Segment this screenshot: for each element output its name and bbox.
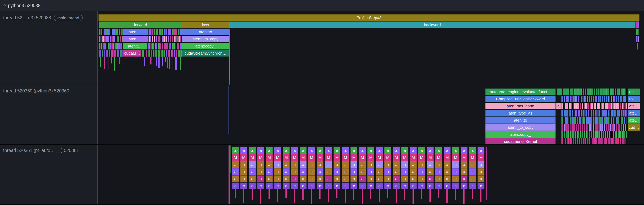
- micro-span[interactable]: [178, 36, 180, 42]
- micro-span[interactable]: [230, 146, 231, 173]
- micro-span[interactable]: [116, 43, 118, 50]
- kernel-span[interactable]: a: [452, 161, 459, 168]
- micro-span[interactable]: [99, 36, 100, 42]
- micro-span[interactable]: [622, 131, 623, 138]
- kernel-span[interactable]: M: [350, 154, 357, 161]
- micro-span[interactable]: [606, 110, 607, 116]
- kernel-span[interactable]: c: [452, 182, 459, 189]
- micro-span[interactable]: [99, 28, 100, 35]
- micro-span[interactable]: [570, 131, 571, 138]
- micro-span[interactable]: [149, 43, 150, 50]
- micro-span[interactable]: [598, 110, 600, 116]
- micro-span[interactable]: [180, 57, 181, 70]
- micro-span[interactable]: [607, 131, 608, 138]
- micro-span[interactable]: [596, 117, 597, 124]
- micro-span[interactable]: [589, 138, 590, 144]
- micro-span[interactable]: [117, 50, 118, 56]
- micro-span[interactable]: [162, 36, 164, 42]
- micro-span[interactable]: [627, 88, 627, 95]
- micro-span[interactable]: [566, 96, 567, 102]
- micro-span[interactable]: [111, 28, 111, 35]
- kernel-span[interactable]: a: [368, 147, 374, 154]
- micro-span[interactable]: [605, 117, 606, 124]
- kernel-span[interactable]: M: [232, 154, 239, 161]
- micro-span[interactable]: [102, 50, 103, 56]
- micro-span[interactable]: [595, 124, 597, 131]
- kernel-span[interactable]: a: [384, 168, 391, 175]
- kernel-span[interactable]: a: [460, 176, 468, 182]
- kernel-span[interactable]: a: [460, 161, 468, 168]
- micro-span[interactable]: [567, 96, 569, 102]
- micro-span[interactable]: [102, 36, 104, 42]
- kernel-span[interactable]: M: [240, 154, 247, 161]
- process-group-header[interactable]: ^ python3 520088: [0, 0, 644, 12]
- micro-span[interactable]: [624, 117, 625, 124]
- kernel-span[interactable]: a: [249, 168, 256, 175]
- micro-span[interactable]: [169, 43, 170, 50]
- micro-span[interactable]: [593, 96, 594, 102]
- kernel-tail[interactable]: [286, 189, 287, 198]
- micro-span[interactable]: [582, 117, 582, 124]
- kernel-span[interactable]: a: [350, 168, 357, 175]
- kernel-span[interactable]: a: [401, 147, 408, 154]
- micro-span[interactable]: [617, 138, 618, 144]
- micro-span[interactable]: [575, 117, 576, 124]
- kernel-span[interactable]: a: [376, 161, 383, 168]
- micro-span[interactable]: [578, 131, 579, 138]
- trace-span[interactable]: ate…: [628, 110, 640, 116]
- kernel-span[interactable]: a: [342, 161, 349, 168]
- micro-span[interactable]: [586, 103, 587, 110]
- micro-span[interactable]: [587, 117, 589, 124]
- micro-span[interactable]: [564, 103, 564, 110]
- micro-span[interactable]: [608, 103, 610, 110]
- micro-span[interactable]: [144, 57, 146, 66]
- micro-span[interactable]: [228, 86, 229, 134]
- micro-span[interactable]: [618, 131, 619, 138]
- micro-span[interactable]: [596, 88, 597, 95]
- micro-span[interactable]: [118, 36, 120, 42]
- kernel-span[interactable]: M: [274, 154, 281, 161]
- kernel-span[interactable]: c: [342, 182, 349, 189]
- kernel-span[interactable]: M: [452, 154, 459, 161]
- kernel-span[interactable]: a: [342, 176, 349, 182]
- kernel-span[interactable]: a: [452, 168, 459, 175]
- micro-span[interactable]: [117, 28, 118, 35]
- trace-span[interactable]: cud…: [628, 124, 640, 131]
- micro-span[interactable]: [113, 28, 115, 35]
- kernel-span[interactable]: M: [325, 154, 332, 161]
- kernel-span[interactable]: a: [384, 147, 391, 154]
- kernel-span[interactable]: a: [460, 147, 468, 154]
- micro-span[interactable]: [608, 96, 609, 102]
- micro-span[interactable]: [160, 43, 161, 50]
- kernel-span[interactable]: a: [308, 161, 315, 168]
- micro-span[interactable]: [582, 103, 583, 110]
- micro-span[interactable]: [626, 103, 627, 110]
- micro-span[interactable]: [150, 28, 152, 35]
- kernel-span[interactable]: a: [427, 161, 434, 168]
- micro-span[interactable]: [104, 50, 106, 56]
- micro-span[interactable]: [604, 88, 606, 95]
- micro-span[interactable]: [598, 88, 600, 95]
- micro-span[interactable]: [615, 88, 616, 95]
- micro-span[interactable]: [228, 146, 230, 204]
- kernel-span[interactable]: a: [393, 161, 400, 168]
- kernel-span[interactable]: c: [334, 182, 340, 189]
- kernel-span[interactable]: M: [308, 154, 315, 161]
- micro-span[interactable]: [172, 50, 173, 56]
- micro-span[interactable]: [619, 131, 621, 138]
- kernel-span[interactable]: a: [266, 168, 273, 175]
- micro-span[interactable]: [582, 96, 583, 102]
- micro-span[interactable]: [113, 36, 115, 42]
- kernel-span[interactable]: c: [325, 182, 332, 189]
- micro-span[interactable]: [166, 36, 167, 42]
- micro-span[interactable]: [594, 117, 596, 124]
- kernel-span[interactable]: a: [325, 161, 332, 168]
- micro-span[interactable]: [608, 110, 609, 116]
- kernel-span[interactable]: a: [232, 168, 239, 175]
- micro-span[interactable]: [620, 96, 622, 102]
- micro-span[interactable]: [584, 110, 586, 116]
- micro-span[interactable]: [610, 103, 611, 110]
- micro-span[interactable]: [172, 43, 174, 50]
- kernel-span[interactable]: a: [478, 176, 484, 182]
- kernel-span[interactable]: a: [240, 176, 247, 182]
